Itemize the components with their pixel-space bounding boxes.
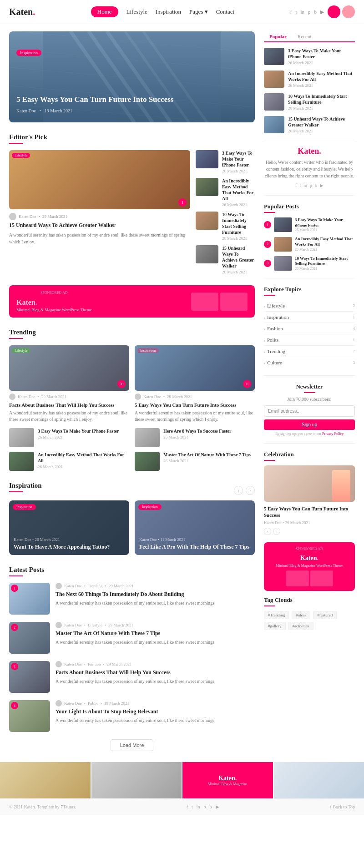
sidebar-ad-label: SPONSORED AD [268,547,350,551]
latest-post-title-1[interactable]: The Next 60 Things To Immediately Do Abo… [56,591,214,598]
trend-list-title[interactable]: Here Are 8 Ways To Success Faster [163,428,231,434]
user-avatar-1[interactable] [328,5,340,18]
featured-badge: Lifestyle [12,153,30,158]
about-bookmark-icon[interactable]: b [315,183,317,188]
footer-youtube-icon[interactable]: ▶ [216,804,219,809]
celebration-post-title[interactable]: 5 Easy Ways You Can Turn Future Into Suc… [264,505,355,519]
trend-list-title[interactable]: An Incredibly Easy Method That Works For… [38,452,129,464]
footer-image-3-ad[interactable]: Katen. Minimal Blog & Magazine [182,762,273,798]
newsletter-email-input[interactable] [264,405,355,417]
latest-post-item-1: 1 Katen Doe • Trending • 29 March 2021 T… [9,583,255,615]
sidebar-post-title-1[interactable]: 3 Easy Ways To Make Your iPhone Faster [288,48,355,60]
instagram-icon[interactable]: in [300,9,304,15]
sidebar-social-icons: f t in p b ▶ [264,183,355,188]
latest-meta-3: Katen Doe • Fashion • 29 March 2021 [56,661,214,667]
sidebar-post-title-2[interactable]: An Incredibly Easy Method That Works For… [288,71,355,82]
footer-pinterest-icon[interactable]: p [204,804,206,809]
about-youtube-icon[interactable]: ▶ [320,183,324,188]
popular-posts-title: Popular Posts [264,203,355,210]
latest-post-title-2[interactable]: Master The Art Of Nature With These 7 Ti… [56,630,214,637]
trend-title-1[interactable]: Facts About Business That Will Help You … [9,402,129,408]
about-instagram-icon[interactable]: in [303,183,307,188]
explore-item-polits[interactable]: ›Polits 1 [264,334,355,346]
inspiration-meta-1: Katen Doe • 26 March 2021 [14,537,125,542]
load-more-button[interactable]: Load More [111,739,154,751]
footer-twitter-icon[interactable]: t [192,804,193,809]
latest-post-title-4[interactable]: Your Light Is About To Stop Being Releva… [56,708,214,716]
latest-meta-1: Katen Doe • Trending • 29 March 2021 [56,583,214,589]
explore-item-inspiration[interactable]: ›Inspiration 1 [264,312,355,323]
explore-item-culture[interactable]: ›Culture 3 [264,357,355,368]
privacy-policy-link[interactable]: Privacy Policy [322,432,344,436]
nav-pages-link[interactable]: Pages ▾ [189,8,208,15]
nav-contact-link[interactable]: Contact [216,8,234,15]
explore-item-fashion[interactable]: ›Fashion 4 [264,323,355,334]
popular-title-3[interactable]: 10 Ways To Immediately Start Selling Fur… [295,256,355,267]
popular-info-2: An Incredibly Easy Method That Works For… [295,237,355,251]
tag-activities[interactable]: #activities [288,622,313,630]
list-title[interactable]: 10 Ways To Immediately Start Selling Fur… [222,212,255,235]
sidebar-posts-list: 3 Easy Ways To Make Your iPhone Faster 2… [264,48,355,133]
footer-copyright: © 2021 Katen. Template by 7Tauras. [9,804,76,809]
sidebar-post-title-3[interactable]: 10 Ways To Immediately Start Selling Fur… [288,93,355,105]
ad-logo: Katen. [16,298,92,307]
latest-post-title-3[interactable]: Facts About Business That Will Help You … [56,669,214,676]
explore-item-trending[interactable]: ›Trending 7 [264,346,355,357]
facebook-icon[interactable]: f [290,9,292,15]
popular-title-1[interactable]: 3 Easy Ways To Make Your iPhone Faster [295,217,355,228]
celebration-next-button[interactable]: › [273,528,280,535]
ad-banner-1[interactable]: SPONSORED AD Katen. Minimal Blog & Magaz… [9,285,255,318]
trend-list-title[interactable]: 3 Easy Ways To Make Your iPhone Faster [38,428,119,434]
nav-inspiration-link[interactable]: Inspiration [156,8,181,15]
youtube-icon[interactable]: ▶ [320,9,324,15]
tag-trending[interactable]: #Trending [264,611,289,619]
celebration-person [332,470,350,502]
inspiration-next-button[interactable]: › [246,486,255,495]
latest-post-excerpt-2: A wonderful serenity has taken possessio… [56,639,214,646]
nav-lifestyle-link[interactable]: Lifestyle [126,8,147,15]
newsletter-section: Newsletter Join 70,000 subscribers! Sign… [264,383,355,436]
latest-posts-title: Latest Posts [9,566,255,574]
sidebar-post-info-3: 10 Ways To Immediately Start Selling Fur… [288,93,355,111]
popular-title-2[interactable]: An Incredibly Easy Method That Works For… [295,237,355,247]
featured-title[interactable]: 15 Unheard Ways To Achieve Greater Walke… [9,222,190,229]
sidebar-post-title-4[interactable]: 15 Unheard Ways To Achieve Greater Walke… [288,116,355,128]
explore-item-lifestyle[interactable]: ›Lifestyle 2 [264,300,355,312]
sidebar-post-thumb-2 [264,71,284,88]
trend-list-title[interactable]: Master The Art Of Nature With These 7 Ti… [163,452,251,458]
footer-image-2 [91,762,182,798]
about-pinterest-icon[interactable]: p [310,183,312,188]
trending-section: Trending Lifestyle 30 Katen Doe • 29 Mar… [9,328,255,471]
footer-facebook-icon[interactable]: f [187,804,188,809]
tag-ideas[interactable]: #ideas [292,611,310,619]
bookmark-icon[interactable]: b [314,9,317,15]
editors-pick-section: Editor's Pick Lifestyle 1 Katen Doe • 29… [9,133,255,274]
footer-instagram-icon[interactable]: in [197,804,200,809]
about-twitter-icon[interactable]: t [299,183,301,188]
inspiration-card-title-1[interactable]: Want To Have A More Appealing Tattoo? [14,544,125,551]
latest-num-1: 1 [11,585,18,592]
list-title[interactable]: 3 Easy Ways To Make Your iPhone Faster [222,150,255,168]
sidebar-tab-recent[interactable]: Recent [292,31,317,41]
inspiration-card-title-2[interactable]: Feel Like A Pro With The Help Of These 7… [139,544,250,551]
list-date: 26 March 2021 [222,169,255,173]
sidebar-tab-popular[interactable]: Popular [264,31,292,41]
about-facebook-icon[interactable]: f [295,183,297,188]
tag-featured[interactable]: #featured [313,611,337,619]
footer-bookmark-icon[interactable]: b [210,804,212,809]
nav-home-link[interactable]: Home [91,6,118,17]
user-avatar-2[interactable] [342,5,355,18]
celebration-prev-button[interactable]: ‹ [264,528,271,535]
newsletter-signup-button[interactable]: Sign up [264,419,355,430]
popular-date-3: 26 March 2021 [295,267,355,271]
list-title[interactable]: An Incredibly Easy Method That Works For… [222,178,255,202]
twitter-icon[interactable]: t [295,9,297,15]
inspiration-prev-button[interactable]: ‹ [234,486,243,495]
sidebar-ad-banner[interactable]: SPONSORED AD Katen. Minimal Blog & Magaz… [264,542,355,591]
list-title[interactable]: 15 Unheard Ways To Achieve Greater Walke… [222,245,255,269]
tag-gallery[interactable]: #gallery [264,622,286,630]
site-logo[interactable]: Katen. [9,7,35,17]
pinterest-icon[interactable]: p [308,9,311,15]
trend-title-2[interactable]: 5 Easy Ways You Can Turn Future Into Suc… [135,402,255,408]
footer-back-to-top[interactable]: ↑ Back to Top [329,804,355,809]
